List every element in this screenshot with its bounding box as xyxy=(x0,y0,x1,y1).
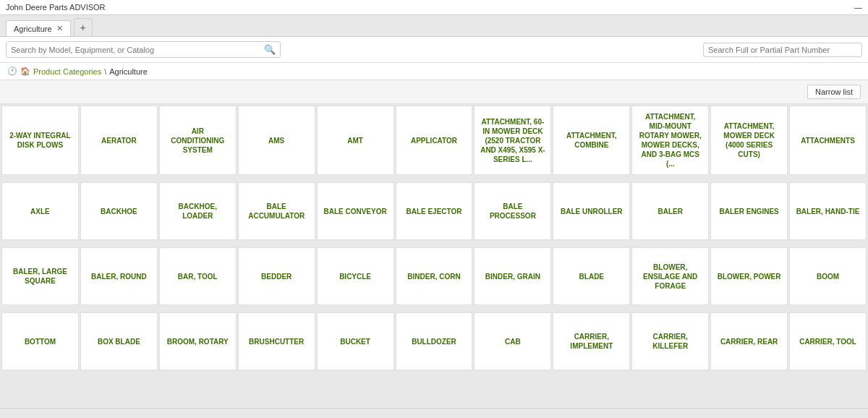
grid-cell-1-8[interactable]: BALER xyxy=(631,182,709,240)
model-search-input[interactable] xyxy=(11,46,264,54)
grid-cell-0-9[interactable]: ATTACHMENT, MOWER DECK (4000 SERIES CUTS… xyxy=(710,106,788,175)
grid-cell-1-3[interactable]: BALE ACCUMULATOR xyxy=(238,182,315,240)
part-search-input[interactable] xyxy=(708,46,857,54)
grid-row-1: AXLEBACKHOEBACKHOE, LOADERBALE ACCUMULAT… xyxy=(0,181,868,242)
grid-cell-2-8[interactable]: BLOWER, ENSILAGE AND FORAGE xyxy=(631,247,709,305)
titlebar: John Deere Parts ADVISOR — xyxy=(0,0,868,15)
history-icon[interactable]: 🕐 xyxy=(7,67,17,76)
grid-cell-0-5[interactable]: APPLICATOR xyxy=(396,106,473,175)
tab-agriculture[interactable]: Agriculture ✕ xyxy=(6,20,71,36)
grid-cell-3-8[interactable]: CARRIER, KILLEFER xyxy=(631,312,709,370)
grid-cell-2-2[interactable]: BAR, TOOL xyxy=(159,247,237,305)
grid-cell-3-0[interactable]: BOTTOM xyxy=(1,312,79,370)
tabbar: Agriculture ✕ + xyxy=(0,15,868,37)
grid-row-3: BOTTOMBOX BLADEBROOM, ROTARYBRUSHCUTTERB… xyxy=(0,311,868,372)
grid-cell-3-7[interactable]: CARRIER, IMPLEMENT xyxy=(553,312,630,370)
grid-cell-0-6[interactable]: ATTACHMENT, 60-IN MOWER DECK (2520 TRACT… xyxy=(474,106,551,175)
grid-cell-3-9[interactable]: CARRIER, REAR xyxy=(710,312,788,370)
grid-cell-2-10[interactable]: BOOM xyxy=(789,247,867,305)
grid-cell-1-1[interactable]: BACKHOE xyxy=(80,182,158,240)
grid-cell-3-1[interactable]: BOX BLADE xyxy=(80,312,158,370)
tab-label: Agriculture xyxy=(14,25,52,33)
grid-cell-0-10[interactable]: ATTACHMENTS xyxy=(789,106,867,175)
product-grid: 2-WAY INTEGRAL DISK PLOWSAERATORAIR COND… xyxy=(0,104,868,408)
grid-cell-3-5[interactable]: BULLDOZER xyxy=(396,312,473,370)
model-search-icon[interactable]: 🔍 xyxy=(264,44,276,55)
home-icon[interactable]: 🏠 xyxy=(20,67,30,76)
bottom-scrollbar[interactable] xyxy=(0,408,868,418)
grid-cell-0-4[interactable]: AMT xyxy=(317,106,394,175)
grid-cell-1-4[interactable]: BALE CONVEYOR xyxy=(317,182,394,240)
grid-cell-1-9[interactable]: BALER ENGINES xyxy=(710,182,788,240)
narrow-list-button[interactable]: Narrow list xyxy=(807,85,861,99)
grid-cell-2-7[interactable]: BLADE xyxy=(553,247,630,305)
grid-row-0: 2-WAY INTEGRAL DISK PLOWSAERATORAIR COND… xyxy=(0,104,868,176)
toolbar: 🔍 xyxy=(0,37,868,63)
grid-cell-0-8[interactable]: ATTACHMENT, MID-MOUNT ROTARY MOWER, MOWE… xyxy=(631,106,709,175)
grid-cell-0-1[interactable]: AERATOR xyxy=(80,106,158,175)
grid-cell-2-0[interactable]: BALER, LARGE SQUARE xyxy=(1,247,79,305)
tab-close-icon[interactable]: ✕ xyxy=(56,24,63,33)
grid-cell-1-10[interactable]: BALER, HAND-TIE xyxy=(789,182,867,240)
breadcrumb: 🕐 🏠 Product Categories \ Agriculture xyxy=(0,63,868,80)
grid-cell-0-3[interactable]: AMS xyxy=(238,106,315,175)
part-search-box xyxy=(703,43,862,57)
grid-cell-2-1[interactable]: BALER, ROUND xyxy=(80,247,158,305)
grid-cell-3-2[interactable]: BROOM, ROTARY xyxy=(159,312,237,370)
breadcrumb-product-categories[interactable]: Product Categories xyxy=(33,67,101,76)
grid-cell-0-2[interactable]: AIR CONDITIONING SYSTEM xyxy=(159,106,237,175)
grid-cell-3-3[interactable]: BRUSHCUTTER xyxy=(238,312,315,370)
minimize-icon[interactable]: — xyxy=(854,3,862,12)
grid-cell-1-0[interactable]: AXLE xyxy=(1,182,79,240)
grid-cell-0-0[interactable]: 2-WAY INTEGRAL DISK PLOWS xyxy=(1,106,79,175)
app-title: John Deere Parts ADVISOR xyxy=(6,3,106,12)
grid-cell-2-9[interactable]: BLOWER, POWER xyxy=(710,247,788,305)
model-search-box: 🔍 xyxy=(6,41,281,58)
grid-cell-2-6[interactable]: BINDER, GRAIN xyxy=(474,247,551,305)
grid-cell-3-10[interactable]: CARRIER, TOOL xyxy=(789,312,867,370)
grid-cell-1-6[interactable]: BALE PROCESSOR xyxy=(474,182,551,240)
grid-cell-1-5[interactable]: BALE EJECTOR xyxy=(396,182,473,240)
narrow-list-bar: Narrow list xyxy=(0,80,868,104)
grid-cell-2-5[interactable]: BINDER, CORN xyxy=(396,247,473,305)
grid-cell-3-6[interactable]: CAB xyxy=(474,312,551,370)
grid-row-2: BALER, LARGE SQUAREBALER, ROUNDBAR, TOOL… xyxy=(0,246,868,307)
grid-cell-2-4[interactable]: BICYCLE xyxy=(317,247,394,305)
grid-cell-3-4[interactable]: BUCKET xyxy=(317,312,394,370)
grid-cell-1-7[interactable]: BALE UNROLLER xyxy=(553,182,630,240)
breadcrumb-current: Agriculture xyxy=(109,67,148,76)
new-tab-button[interactable]: + xyxy=(74,18,93,36)
grid-cell-0-7[interactable]: ATTACHMENT, COMBINE xyxy=(553,106,630,175)
breadcrumb-separator: \ xyxy=(104,67,106,76)
grid-cell-2-3[interactable]: BEDDER xyxy=(238,247,315,305)
grid-cell-1-2[interactable]: BACKHOE, LOADER xyxy=(159,182,237,240)
